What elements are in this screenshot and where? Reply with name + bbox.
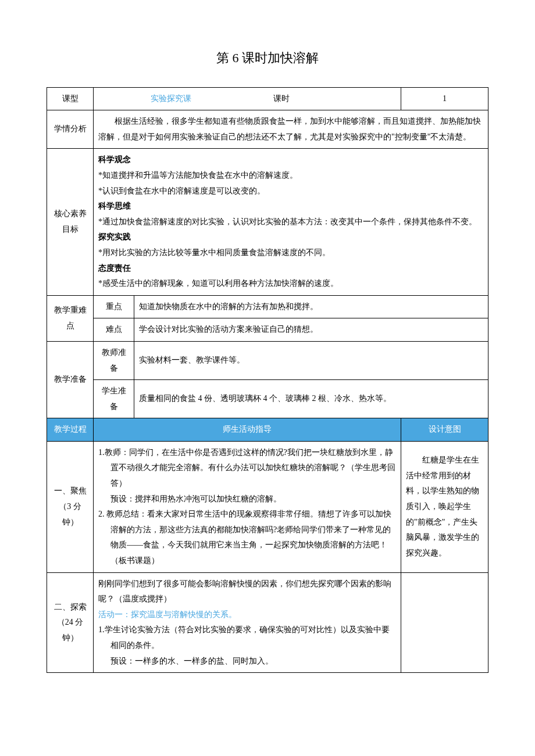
label-prep: 教学准备 bbox=[47, 341, 94, 418]
goals-h4: 态度责任 bbox=[98, 261, 483, 277]
goals-h1: 科学观念 bbox=[98, 152, 483, 168]
goals-h2: 科学思维 bbox=[98, 199, 483, 214]
label-keypoints: 教学重难点 bbox=[47, 295, 94, 341]
focus-body: 1.教师：同学们，在生活中你是否遇到过这样的情况?我们把一块红糖放到水里，静置不… bbox=[94, 441, 401, 572]
row-focus: 一、聚焦（3 分钟） 1.教师：同学们，在生活中你是否遇到过这样的情况?我们把一… bbox=[47, 441, 488, 572]
explore-l1: 刚刚同学们想到了很多可能会影响溶解快慢的因素，你们想先探究哪个因素的影响呢？（温… bbox=[98, 576, 396, 607]
row-proc-header: 教学过程 师生活动指导 设计意图 bbox=[47, 418, 488, 442]
focus-l3: 2. 教师总结：看来大家对日常生活中的现象观察得非常仔细。猜想了许多可以加快溶解… bbox=[98, 507, 396, 568]
prep-sub-1: 教师准备 bbox=[94, 341, 134, 379]
keypoint-text-1: 知道加快物质在水中的溶解的方法有加热和搅拌。 bbox=[134, 295, 488, 318]
row-prep-1: 教学准备 教师准备 实验材料一套、教学课件等。 bbox=[47, 341, 488, 379]
row-analysis: 学情分析 根据生活经验，很多学生都知道有些物质跟食盐一样，加到水中能够溶解，而且… bbox=[47, 110, 488, 149]
keypoint-sub-1: 重点 bbox=[94, 295, 134, 318]
row-keypoint-2: 难点 学会设计对比实验的活动方案来验证自己的猜想。 bbox=[47, 318, 488, 342]
label-period: 课时 bbox=[244, 91, 319, 107]
focus-l2: 预设：搅拌和用热水冲泡可以加快红糖的溶解。 bbox=[98, 492, 396, 507]
goals-p4: *用对比实验的方法比较等量水中相同质量食盐溶解速度的不同。 bbox=[98, 245, 483, 261]
goals-p1: *知道搅拌和升温等方法能加快食盐在水中的溶解速度。 bbox=[98, 168, 483, 184]
goals-p5: *感受生活中的溶解现象，知道可以利用各种方法加快溶解的速度。 bbox=[98, 276, 483, 292]
label-goals: 核心素养目标 bbox=[47, 149, 94, 295]
goals-p2: *认识到食盐在水中的溶解速度是可以改变的。 bbox=[98, 184, 483, 199]
explore-l3: 1.学生讨论实验方法（符合对比实验的要求，确保实验的可对比性）以及实验中要相同的… bbox=[98, 622, 396, 653]
goals-p3: *通过加快食盐溶解速度的对比实验，认识对比实验的基本方法：改变其中一个条件，保持… bbox=[98, 214, 483, 230]
explore-intent bbox=[401, 572, 488, 673]
period-value: 1 bbox=[401, 87, 488, 110]
explore-body: 刚刚同学们想到了很多可能会影响溶解快慢的因素，你们想先探究哪个因素的影响呢？（温… bbox=[94, 572, 401, 673]
row-keypoint-1: 教学重难点 重点 知道加快物质在水中的溶解的方法有加热和搅拌。 bbox=[47, 295, 488, 318]
focus-l1: 1.教师：同学们，在生活中你是否遇到过这样的情况?我们把一块红糖放到水里，静置不… bbox=[98, 445, 396, 492]
row-prep-2: 学生准备 质量相同的食盐 4 份、透明玻璃杯 4 个、玻璃棒 2 根、冷水、热水… bbox=[47, 380, 488, 418]
analysis-text: 根据生活经验，很多学生都知道有些物质跟食盐一样，加到水中能够溶解，而且知道搅拌、… bbox=[94, 110, 488, 149]
label-focus: 一、聚焦（3 分钟） bbox=[47, 441, 94, 572]
proc-header-c3: 设计意图 bbox=[401, 418, 488, 442]
prep-text-1: 实验材料一套、教学课件等。 bbox=[134, 341, 488, 379]
goals-h3: 探究实践 bbox=[98, 230, 483, 245]
prep-sub-2: 学生准备 bbox=[94, 380, 134, 418]
class-type-value: 实验探究课 bbox=[98, 91, 244, 107]
proc-header-c1: 教学过程 bbox=[47, 418, 94, 442]
page-title: 第 6 课时加快溶解 bbox=[47, 46, 488, 70]
explore-l4: 预设：一样多的水、一样多的盐、同时加入。 bbox=[98, 654, 396, 669]
keypoint-sub-2: 难点 bbox=[94, 318, 134, 342]
row-explore: 二、探索（24 分钟） 刚刚同学们想到了很多可能会影响溶解快慢的因素，你们想先探… bbox=[47, 572, 488, 673]
label-analysis: 学情分析 bbox=[47, 110, 94, 149]
label-explore: 二、探索（24 分钟） bbox=[47, 572, 94, 673]
lesson-plan-table: 课型 实验探究课课时 1 学情分析 根据生活经验，很多学生都知道有些物质跟食盐一… bbox=[47, 87, 488, 673]
cell-class-type-value: 实验探究课课时 bbox=[94, 87, 401, 110]
prep-text-2: 质量相同的食盐 4 份、透明玻璃杯 4 个、玻璃棒 2 根、冷水、热水等。 bbox=[134, 380, 488, 418]
row-class-type: 课型 实验探究课课时 1 bbox=[47, 87, 488, 110]
focus-intent: 红糖是学生在生活中经常用到的材料，以学生熟知的物质引入，唤起学生的"前概念"，产… bbox=[401, 441, 488, 572]
goals-body: 科学观念 *知道搅拌和升温等方法能加快食盐在水中的溶解速度。 *认识到食盐在水中… bbox=[94, 149, 488, 295]
label-class-type: 课型 bbox=[47, 87, 94, 110]
keypoint-text-2: 学会设计对比实验的活动方案来验证自己的猜想。 bbox=[134, 318, 488, 342]
row-goals: 核心素养目标 科学观念 *知道搅拌和升温等方法能加快食盐在水中的溶解速度。 *认… bbox=[47, 149, 488, 295]
explore-l2: 活动一：探究温度与溶解快慢的关系。 bbox=[98, 607, 396, 623]
proc-header-c2: 师生活动指导 bbox=[94, 418, 401, 442]
